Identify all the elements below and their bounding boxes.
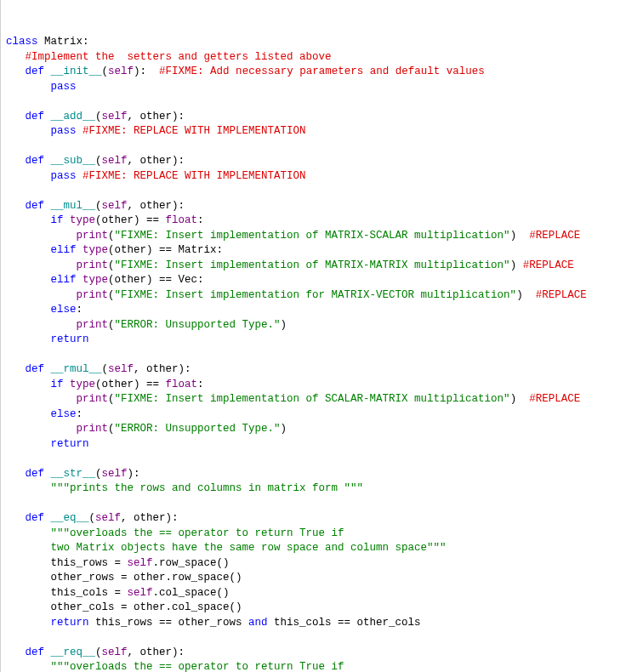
code-token	[6, 289, 77, 301]
code-line: return	[6, 437, 643, 453]
code-line	[6, 452, 643, 467]
code-token	[6, 661, 51, 672]
code-line: if type(other) == float:	[6, 214, 643, 229]
code-token	[6, 646, 26, 658]
code-token: :	[77, 408, 83, 420]
code-token: def	[26, 65, 45, 77]
code-token	[6, 363, 26, 375]
code-token: self	[102, 468, 128, 480]
code-token: (	[108, 230, 115, 242]
code-token: (	[108, 319, 115, 331]
code-token: """overloads the == operator to return T…	[51, 527, 344, 539]
code-token: def	[26, 512, 45, 524]
code-token	[6, 200, 26, 212]
code-line: """prints the rows and columns in matrix…	[6, 481, 643, 497]
code-line: return	[6, 333, 643, 348]
code-token	[64, 379, 71, 390]
code-token	[44, 65, 51, 77]
code-token	[6, 259, 77, 271]
code-line: """overloads the == operator to return T…	[6, 660, 643, 672]
code-token: )	[281, 423, 287, 435]
code-line: pass	[6, 80, 643, 95]
code-line: other_rows = other.row_space()	[6, 571, 643, 586]
code-token: else	[51, 408, 77, 420]
code-token: (	[108, 423, 115, 435]
code-token: "ERROR: Unsupported Type."	[115, 423, 281, 435]
code-token: def	[26, 646, 45, 658]
code-token	[6, 349, 13, 361]
code-token: , other):	[128, 200, 185, 212]
code-line: other_cols = other.col_space()	[6, 601, 643, 616]
code-line: def __sub__(self, other):	[6, 154, 643, 169]
code-line: two Matrix objects have the same row spa…	[6, 541, 643, 556]
code-line: print("ERROR: Unsupported Type.")	[6, 422, 643, 437]
code-line: return this_rows == other_rows and this_…	[6, 616, 643, 631]
code-token	[44, 468, 51, 480]
code-line: pass #FIXME: REPLACE WITH IMPLEMENTATION	[6, 169, 643, 185]
code-token: #REPLACE	[529, 230, 580, 242]
code-line: this_rows = self.row_space()	[6, 556, 643, 572]
code-token: #FIXME: REPLACE WITH IMPLEMENTATION	[83, 170, 306, 182]
code-token: def	[26, 200, 45, 212]
code-token	[6, 631, 13, 643]
code-token: (	[108, 259, 115, 271]
code-token	[6, 333, 51, 345]
code-token: type	[83, 274, 108, 286]
code-line	[6, 630, 643, 646]
code-token: Matrix:	[38, 36, 89, 48]
code-token	[6, 185, 13, 196]
code-token	[6, 140, 13, 152]
code-token: type	[70, 214, 95, 226]
code-line: this_cols = self.col_space()	[6, 586, 643, 601]
code-token: (	[108, 289, 115, 301]
code-token	[6, 214, 51, 226]
code-token: (	[95, 111, 102, 122]
code-token: else	[51, 304, 77, 316]
code-token: #FIXME: Add necessary parameters and def…	[159, 65, 485, 77]
code-token: this_rows == other_rows	[89, 617, 249, 629]
code-line	[6, 348, 643, 363]
code-token: __init__	[51, 65, 102, 77]
code-line: """overloads the == operator to return T…	[6, 527, 643, 542]
code-token: (	[108, 393, 115, 405]
code-token	[6, 393, 77, 405]
code-token: "ERROR: Unsupported Type."	[115, 319, 281, 331]
code-token: elif	[51, 274, 77, 286]
code-token: __str__	[51, 468, 96, 480]
code-token	[6, 498, 13, 510]
code-token: )	[510, 393, 530, 405]
code-token: , other):	[128, 111, 185, 122]
code-line: elif type(other) == Matrix:	[6, 243, 643, 259]
code-token: .row_space()	[153, 557, 230, 569]
code-token	[6, 468, 26, 480]
code-token	[6, 453, 13, 464]
code-token: float	[166, 214, 198, 226]
code-line: elif type(other) == Vec:	[6, 273, 643, 288]
code-token: (other) ==	[95, 214, 166, 226]
code-line: print("FIXME: Insert implementation of M…	[6, 259, 643, 274]
code-token: self	[102, 155, 128, 167]
code-token: two Matrix objects have the same row spa…	[51, 542, 447, 554]
code-token: (	[95, 646, 102, 658]
code-token: )	[281, 319, 287, 331]
code-token: __rmul__	[51, 363, 102, 375]
code-token	[44, 646, 51, 658]
code-token	[6, 125, 51, 137]
code-token: ):	[134, 65, 159, 77]
code-line: def __rmul__(self, other):	[6, 362, 643, 378]
code-token: return	[51, 617, 89, 629]
code-token: self	[108, 65, 134, 77]
code-line: def __str__(self):	[6, 467, 643, 482]
code-token	[6, 617, 51, 629]
code-line: pass #FIXME: REPLACE WITH IMPLEMENTATION	[6, 124, 643, 140]
code-token	[6, 438, 51, 450]
code-token: self	[102, 646, 128, 658]
code-token	[44, 155, 51, 167]
code-token: elif	[51, 244, 77, 256]
code-token: __eq__	[51, 512, 89, 524]
code-token: self	[102, 111, 128, 122]
code-line: if type(other) == float:	[6, 378, 643, 393]
code-token	[44, 363, 51, 375]
code-token: "FIXME: Insert implementation for MATRIX…	[115, 289, 517, 301]
code-token: def	[26, 155, 45, 167]
